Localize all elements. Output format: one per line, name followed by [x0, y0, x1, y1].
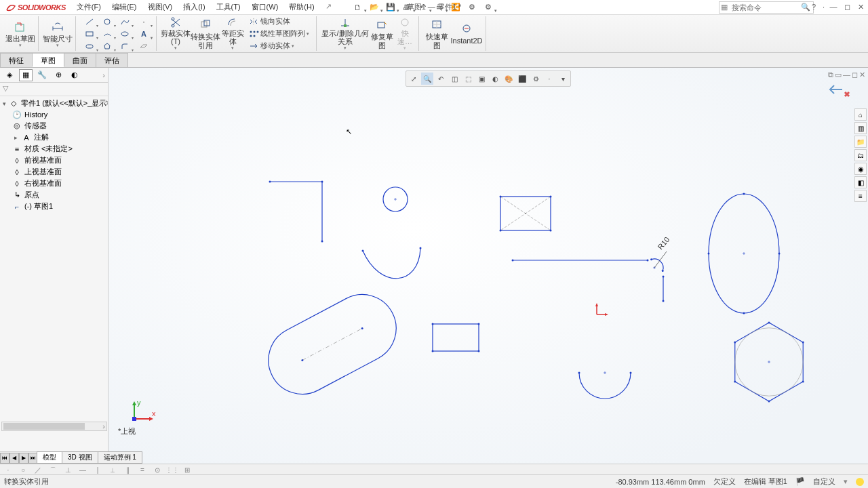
taskpane-custom-icon[interactable]: ≡: [854, 190, 867, 202]
menu-help[interactable]: 帮助(H): [283, 2, 319, 12]
tab-features[interactable]: 特征: [0, 53, 33, 67]
rectangle-tool-icon[interactable]: [81, 28, 98, 39]
tree-top-plane[interactable]: ◊上视基准面: [0, 166, 108, 178]
menu-pin-icon[interactable]: ↗: [320, 2, 337, 12]
offset-button[interactable]: 等距实体 ▾: [220, 17, 245, 51]
model-tab-motion[interactable]: 运动算例 1: [98, 451, 142, 464]
st-perp-icon[interactable]: ⟂: [107, 466, 118, 475]
menu-tools[interactable]: 工具(T): [211, 2, 246, 12]
circle-tool-icon[interactable]: [99, 16, 115, 27]
taskpane-explorer-icon[interactable]: 🗂: [854, 149, 867, 161]
status-unit[interactable]: 自定义: [813, 476, 835, 487]
menu-file[interactable]: 文件(F): [71, 2, 106, 12]
tree-right-plane[interactable]: ◊右视基准面: [0, 178, 108, 189]
qat-open-icon[interactable]: 📂: [367, 1, 382, 14]
svg-point-58: [478, 350, 480, 352]
help-icon[interactable]: ?: [809, 3, 818, 12]
move-button[interactable]: 移动实体▾: [246, 41, 312, 52]
filter-icon[interactable]: ▽: [3, 84, 8, 92]
tree-origin[interactable]: ↳原点: [0, 189, 108, 201]
mirror-button[interactable]: 镜向实体: [246, 16, 312, 27]
menu-view[interactable]: 视图(V): [142, 2, 178, 12]
qat-settings-icon[interactable]: ⚙: [481, 1, 496, 14]
point-tool-icon[interactable]: ·: [136, 16, 152, 27]
spline-tool-icon[interactable]: [117, 16, 133, 27]
st-horiz-icon[interactable]: —: [77, 466, 88, 475]
plane-tool-icon[interactable]: [136, 41, 152, 52]
taskpane-home-icon[interactable]: ⌂: [854, 108, 867, 121]
minimize-icon[interactable]: —: [829, 3, 838, 12]
arc-tool-icon[interactable]: [99, 28, 115, 39]
slot-tool-icon[interactable]: [81, 41, 98, 52]
sheet-nav-prev-icon[interactable]: ◀: [9, 453, 19, 464]
st-parallel-icon[interactable]: ∥: [122, 466, 133, 475]
tree-material[interactable]: ≡材质 <未指定>: [0, 143, 108, 155]
tree-root[interactable]: ▾ ◇ 零件1 (默认<<默认>_显示状态: [0, 98, 108, 109]
tree-collapse-icon[interactable]: ▾: [3, 100, 6, 107]
svg-point-4: [121, 32, 128, 36]
model-tab-3dview[interactable]: 3D 视图: [62, 451, 98, 464]
instant2d-button[interactable]: Instant2D: [450, 17, 483, 51]
taskpane-appearance-icon[interactable]: ◧: [854, 176, 867, 188]
svg-point-69: [768, 401, 770, 403]
close-icon[interactable]: ✕: [856, 3, 865, 12]
panel-scrollbar[interactable]: ›: [1, 422, 107, 431]
qat-save-icon[interactable]: 💾: [383, 1, 398, 14]
tree-history[interactable]: 🕑History: [0, 109, 108, 120]
qat-new-icon[interactable]: 🗋: [351, 1, 366, 14]
st-grid-icon[interactable]: ⊞: [182, 466, 193, 475]
panel-tab-config-icon[interactable]: ⊕: [52, 69, 65, 81]
tab-evaluate[interactable]: 评估: [96, 53, 128, 67]
menu-edit[interactable]: 编辑(E): [106, 2, 142, 12]
status-rebuild-icon[interactable]: [856, 478, 864, 486]
st-point-icon[interactable]: ·: [3, 466, 14, 475]
sheet-nav-next-icon[interactable]: ▶: [19, 453, 28, 464]
panel-tab-property-icon[interactable]: 🔧: [35, 69, 49, 81]
st-circle-icon[interactable]: ○: [18, 466, 28, 475]
tree-sensors[interactable]: ◎传感器: [0, 120, 108, 131]
pattern-button[interactable]: 线性草图阵列▾: [246, 28, 312, 39]
model-tab-model[interactable]: 模型: [37, 451, 62, 464]
graphics-area[interactable]: ⤢ 🔍 ↶ ◫ ⬚ ▣ ◐ 🎨 ⬛ ⚙ · ▾ ⧉ ▭ — ◻ ✕ R: [108, 68, 868, 469]
st-equal-icon[interactable]: =: [137, 466, 148, 475]
tree-annotations[interactable]: ▸A注解: [0, 131, 108, 143]
panel-tab-assembly-icon[interactable]: ◈: [3, 69, 16, 81]
rapid-sketch-button[interactable]: 快速草图: [423, 17, 450, 51]
tree-front-plane[interactable]: ◊前视基准面: [0, 155, 108, 166]
sheet-nav-first-icon[interactable]: ⏮: [0, 453, 9, 464]
st-pattern-icon[interactable]: ⋮⋮: [167, 466, 178, 475]
polygon-tool-icon[interactable]: [99, 41, 115, 52]
ellipse-tool-icon[interactable]: [117, 28, 133, 39]
menu-insert[interactable]: 插入(I): [178, 2, 210, 12]
fillet-tool-icon[interactable]: [117, 41, 133, 52]
convert-button[interactable]: 转换实体引用: [191, 17, 220, 51]
taskpane-view-icon[interactable]: ◉: [854, 163, 867, 175]
maximize-icon[interactable]: ◻: [842, 3, 852, 12]
taskpane-resources-icon[interactable]: ▥: [854, 122, 867, 134]
panel-expand-icon[interactable]: ›: [102, 71, 105, 79]
st-coincident-icon[interactable]: ⊙: [152, 466, 163, 475]
tab-surfaces[interactable]: 曲面: [64, 53, 96, 67]
menu-window[interactable]: 窗口(W): [246, 2, 284, 12]
search-input[interactable]: [729, 3, 798, 12]
text-tool-icon[interactable]: A: [136, 28, 152, 39]
tree-sketch1[interactable]: ⌐(-) 草图1: [0, 201, 108, 212]
panel-tab-display-icon[interactable]: ◐: [68, 69, 81, 81]
exit-sketch-button[interactable]: 退出草图 ▾: [5, 17, 35, 51]
smart-dimension-button[interactable]: 智能尺寸 ▾: [43, 17, 73, 51]
repair-button[interactable]: 修复草图: [370, 17, 394, 51]
status-flag-icon[interactable]: 🏴: [795, 477, 805, 486]
tree-expand-icon[interactable]: ▸: [12, 134, 19, 141]
trim-button[interactable]: 剪裁实体(T) ▾: [161, 17, 191, 51]
taskpane-library-icon[interactable]: 📁: [854, 136, 867, 148]
quick-snap-button[interactable]: 快速… ▾: [394, 17, 416, 51]
st-vert-icon[interactable]: |: [92, 466, 103, 475]
st-arc-icon[interactable]: ⌒: [47, 466, 58, 475]
panel-tab-feature-icon[interactable]: ▦: [19, 69, 33, 81]
status-dropdown-icon[interactable]: ▾: [844, 477, 848, 486]
relations-button[interactable]: 显示/删除几何关系 ▾: [321, 17, 370, 51]
st-line-icon[interactable]: ／: [33, 466, 43, 475]
line-tool-icon[interactable]: [81, 16, 98, 27]
tab-sketch[interactable]: 草图: [32, 53, 64, 67]
st-tangent-icon[interactable]: ⊥: [62, 466, 73, 475]
